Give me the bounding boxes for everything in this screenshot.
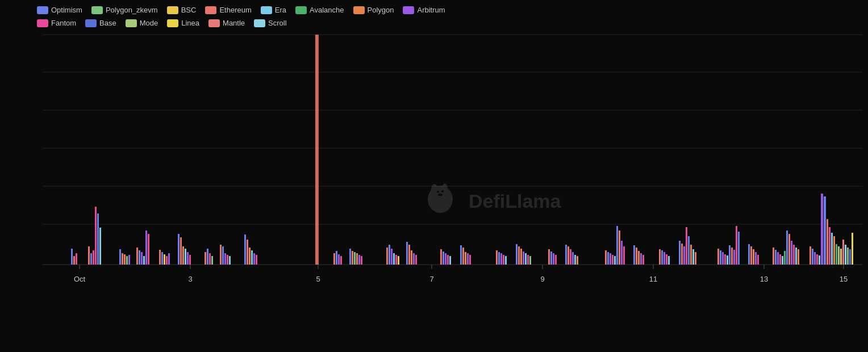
svg-rect-63 [336,251,337,265]
svg-rect-132 [666,254,667,265]
svg-rect-99 [518,246,520,265]
legend-swatch-fantom [37,19,48,27]
svg-rect-173 [819,255,820,265]
svg-rect-66 [349,249,351,265]
svg-rect-103 [527,255,529,265]
bar-group-oct3b [178,234,191,265]
bar-group-oct5spike [315,35,318,265]
bar-group-oct4 [205,249,213,265]
svg-rect-122 [621,241,623,265]
svg-rect-33 [145,231,147,265]
bar-group-oct10 [548,249,557,265]
chart-container: Optimism Polygon_zkevm BSC Ethereum Era … [0,0,868,352]
legend-label-era: Era [275,6,286,14]
svg-rect-115 [605,250,607,265]
svg-rect-16 [73,256,75,265]
svg-rect-130 [661,250,663,265]
x-label-7: 7 [429,275,433,283]
svg-rect-50 [220,245,222,265]
svg-rect-49 [211,256,213,265]
svg-rect-26 [124,254,126,265]
svg-rect-134 [679,241,681,265]
svg-rect-36 [161,252,163,265]
svg-rect-90 [465,252,466,265]
svg-rect-105 [548,249,550,265]
svg-rect-81 [413,253,415,265]
legend-swatch-mantle [208,19,220,27]
svg-rect-17 [76,253,77,265]
svg-rect-187 [852,233,853,265]
svg-rect-151 [738,232,740,265]
svg-rect-91 [467,253,469,265]
svg-rect-154 [753,249,754,265]
svg-rect-104 [529,256,531,265]
legend-item-base: Base [85,19,116,27]
svg-rect-164 [788,234,790,265]
svg-rect-148 [731,248,733,265]
svg-rect-127 [640,253,642,265]
svg-rect-150 [736,226,737,265]
svg-rect-15 [71,249,73,265]
svg-rect-58 [251,250,253,265]
legend-swatch-avalanche [295,6,307,14]
svg-rect-27 [126,256,128,265]
legend-swatch-scroll [254,19,265,27]
svg-rect-120 [616,226,618,265]
svg-rect-70 [358,255,360,265]
bar-group-oct12 [659,249,670,265]
bar-group-oct15 [809,194,853,265]
svg-text:DefiLlama: DefiLlama [469,190,562,212]
svg-rect-77 [398,256,399,265]
bar-group-oct13 [717,226,740,265]
svg-rect-178 [831,233,833,265]
watermark-group: DefiLlama [428,183,562,213]
svg-rect-79 [408,245,410,265]
svg-rect-69 [356,253,358,265]
svg-rect-175 [824,196,826,265]
legend-swatch-ethereum [205,6,216,14]
svg-rect-93 [496,250,498,265]
svg-rect-146 [727,255,728,265]
svg-rect-54 [229,256,231,265]
svg-rect-133 [668,256,670,265]
x-label-oct: Oct [74,275,86,283]
svg-rect-46 [205,252,206,265]
bar-group-oct3 [159,250,170,265]
legend-swatch-linea [167,19,178,27]
svg-point-196 [441,190,444,192]
x-label-9: 9 [540,275,544,283]
svg-rect-34 [148,234,149,265]
svg-rect-45 [189,255,191,265]
svg-rect-118 [612,255,614,265]
svg-rect-41 [180,237,182,265]
svg-rect-48 [209,253,211,265]
svg-rect-71 [361,256,362,265]
legend-swatch-base [85,19,97,27]
svg-rect-124 [633,245,635,265]
legend-item-polygon-zkevm: Polygon_zkevm [91,6,158,14]
legend-item-era: Era [261,6,286,14]
bar-group-oct7 [386,245,399,265]
legend-item-bsc: BSC [167,6,197,14]
svg-rect-125 [636,248,637,265]
legend-swatch-era [261,6,272,14]
svg-rect-52 [224,253,226,265]
svg-rect-135 [681,244,683,265]
legend-swatch-bsc [167,6,178,14]
legend-swatch-polygon-zkevm [91,6,103,14]
svg-rect-80 [411,250,412,265]
main-chart-svg: 300m 250m 200m 150m 100m 50m 0 Oct [37,32,862,304]
legend-label-ethereum: Ethereum [219,6,251,14]
svg-rect-56 [247,240,248,265]
svg-rect-23 [99,228,101,265]
svg-rect-78 [406,242,408,265]
svg-rect-74 [391,249,393,265]
svg-rect-168 [798,249,799,265]
svg-rect-108 [555,255,557,265]
svg-rect-100 [520,249,522,265]
svg-rect-110 [567,246,569,265]
svg-rect-144 [722,252,724,265]
svg-rect-180 [836,244,837,265]
svg-rect-88 [460,245,462,265]
svg-rect-165 [791,241,792,265]
